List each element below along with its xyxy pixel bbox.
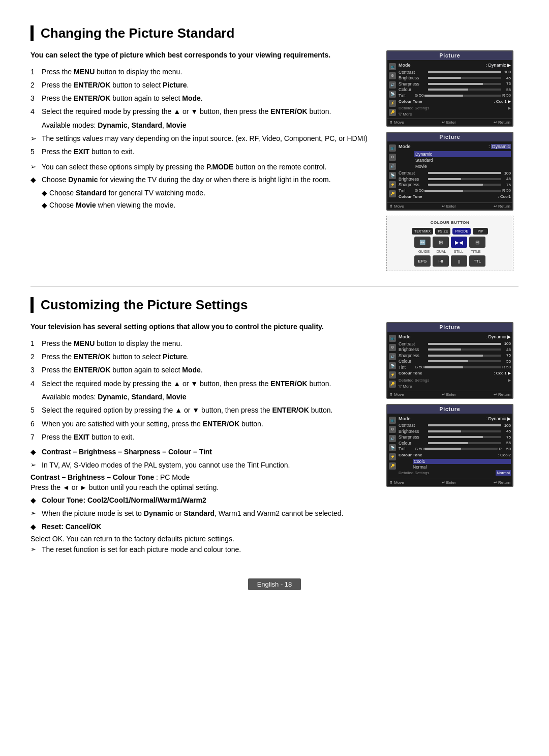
section2-title: Customizing the Picture Settings [30,297,518,313]
note-item: Select OK. You can return to the factory… [30,535,371,543]
tv-icon: 🔑 [389,109,396,116]
tv-icon: 📺 [389,417,396,424]
note-item: ◆ Choose Dynamic for viewing the TV duri… [30,175,371,185]
remote-btn-pip: PIP [473,228,488,235]
tv-screen-3: Picture 📺 ⚙ 🔊 📡 ⚡ 🔑 Mode : Dynamic ▶ [386,322,513,398]
tv-icon: ⚙ [389,426,396,433]
tv-footer: ⬆ Move ↵ Enter ↩ Return [387,202,512,210]
tv-icon: 🔑 [389,190,396,197]
section2-intro: Your television has several setting opti… [30,322,371,332]
page-number: English - 18 [248,578,301,590]
list-item: 2 Press the ENTER/OK button to select Pi… [30,352,371,362]
note-item: ➢ You can select these options simply by… [30,162,371,172]
note-item: ◆ Colour Tone: Cool2/Cool1/Normal/Warm1/… [30,496,371,506]
list-item: 5 Select the required option by pressing… [30,405,371,415]
section2: Customizing the Picture Settings Your te… [30,297,518,558]
tv-icon: 🔊 [389,353,396,360]
remote-icon-dual: I-II [433,255,449,267]
remote-label-guide: GUIDE [416,250,432,253]
tv-footer: ⬆ Move ↵ Enter ↩ Return [387,119,512,126]
tv-footer: ⬆ Move ↵ Enter ↩ Return [387,479,512,486]
tv-icon: 🔑 [389,462,396,470]
list-item: 4 Select the required mode by pressing t… [30,379,371,389]
tv-icon: ⚡ [389,181,396,188]
tv-footer: ⬆ Move ↵ Enter ↩ Return [387,391,512,398]
section1-title: Changing the Picture Standard [30,25,518,41]
remote-icon-title: TTL [469,255,485,267]
note-item: ➢ When the picture mode is set to Dynami… [30,509,371,519]
tv-icon: 📡 [389,91,396,98]
tv-icon: ⚡ [389,453,396,460]
tv-icon: 📺 [389,144,396,152]
note-item: ◆ Choose Standard for general TV watchin… [42,188,371,198]
tv-icon: ⚡ [389,100,396,107]
tv-icon: 📺 [389,63,396,70]
section2-visuals: Picture 📺 ⚙ 🔊 📡 ⚡ 🔑 Mode : Dynamic ▶ [386,322,518,558]
tv-icon: ⚙ [389,154,396,161]
list-item: Available modes: Dynamic, Standard, Movi… [30,120,371,130]
section2-steps: 1 Press the MENU button to display the m… [30,338,371,442]
section2-notes: ◆ Contrast – Brightness – Sharpness – Co… [30,447,371,555]
remote-btn-pmode: PMODE [452,228,471,235]
tv-icon: ⚙ [389,344,396,351]
remote-label-title: TITLE [468,250,483,253]
list-item: 2 Press the ENTER/OK button to select Pi… [30,80,371,90]
section1-visuals: Picture 📺 ⚙ 🔊 📡 ⚡ 🔑 Mode : Dynamic ▶ [386,50,518,271]
remote-title: COLOUR BUTTON [391,220,509,225]
note-item: ➢ The reset function is set for each pic… [30,545,371,555]
tv-icon: 🔑 [389,381,396,388]
remote-btn-psize: PSIZE [435,228,450,235]
section1-intro: You can select the type of picture which… [30,50,371,61]
remote-icon-textmix: 🔤 [414,237,431,248]
note-item: ➢ In TV, AV, S-Video modes of the PAL sy… [30,460,371,471]
note-item: Contrast – Brightness – Colour Tone : PC… [30,473,371,481]
remote-label-dual: DUAL [434,250,449,253]
remote-icon-still: || [451,255,467,267]
section1-text: You can select the type of picture which… [30,50,371,271]
list-item: 3 Press the ENTER/OK button again to sel… [30,93,371,103]
note-item: Press the ◄ or ► button until you reach … [30,483,371,491]
tv-screen-2: Picture 📺 ⚙ 🔊 📡 ⚡ 🔑 Mode : Dynamic [386,132,513,211]
list-item: 1 Press the MENU button to display the m… [30,338,371,348]
tv-header: Picture [387,133,512,141]
remote-label-still: STILL [451,250,466,253]
section2-text: Your television has several setting opti… [30,322,371,558]
note-item: ◆ Contrast – Brightness – Sharpness – Co… [30,447,371,457]
page-footer: English - 18 [30,578,518,590]
remote-icon-psize: ⊞ [433,237,449,248]
list-item: 3 Press the ENTER/OK button again to sel… [30,365,371,375]
list-item: 4 Select the required mode by pressing t… [30,106,371,117]
remote-icon-pip: ⊟ [469,237,485,248]
note-item: ◆ Choose Movie when viewing the movie. [42,200,371,211]
tv-icon: ⚙ [389,72,396,79]
tv-header: Picture [387,323,512,332]
section1: Changing the Picture Standard You can se… [30,25,518,271]
remote-control: COLOUR BUTTON TEXT/MIX PSIZE PMODE PIP 🔤… [386,216,513,271]
remote-icon-guide: EPG [414,255,431,267]
list-item: 5 Press the EXIT button to exit. [30,147,371,157]
tv-screen-1: Picture 📺 ⚙ 🔊 📡 ⚡ 🔑 Mode : Dynamic ▶ [386,50,513,127]
tv-icon: 📡 [389,444,396,451]
tv-screen-4: Picture 📺 ⚙ 🔊 📡 ⚡ 🔑 Mode : Dynamic ▶ [386,404,513,487]
tv-icon: 🔊 [389,81,396,89]
list-item: 1 Press the MENU button to display the m… [30,67,371,77]
remote-icon-pmode: ▶◀ [451,237,467,248]
section1-steps: 1 Press the MENU button to display the m… [30,67,371,157]
note-item: ◆ Reset: Cancel/OK [30,522,371,532]
list-item: 7 Press the EXIT button to exit. [30,432,371,442]
tv-icon: 📡 [389,172,396,179]
tv-icon: 🔊 [389,435,396,442]
tv-header: Picture [387,51,512,60]
tv-icon: 🔊 [389,163,396,170]
list-item: ➢ The settings values may vary depending… [30,133,371,143]
remote-btn-textmix: TEXT/MIX [412,228,433,235]
tv-header: Picture [387,405,512,414]
section-divider [30,286,518,287]
list-item: Available modes: Dynamic, Standard, Movi… [30,392,371,402]
tv-icon: ⚡ [389,371,396,379]
list-item: 6 When you are satisfied with your setti… [30,419,371,429]
tv-icon: 📺 [389,335,396,342]
section1-notes: ➢ You can select these options simply by… [30,162,371,211]
tv-icon: 📡 [389,362,396,369]
